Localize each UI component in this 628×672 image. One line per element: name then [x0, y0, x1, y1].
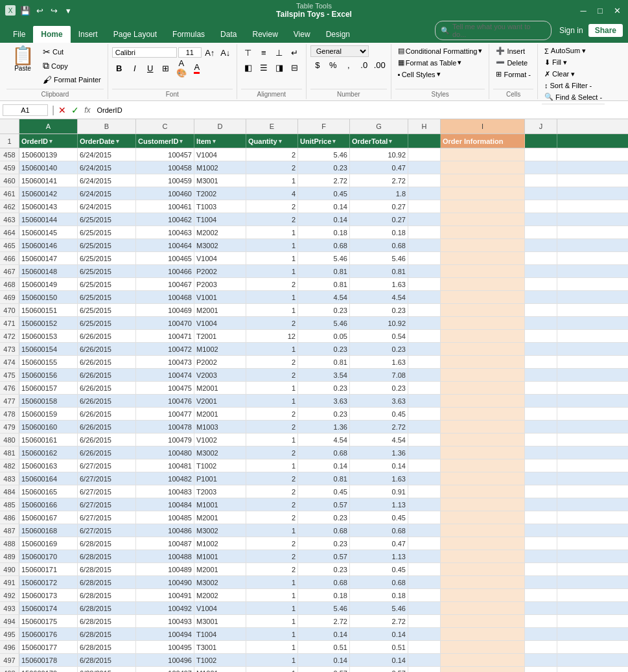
cell-customerid[interactable]: 100488 — [136, 550, 194, 562]
cell-orderdate[interactable]: 6/28/2015 — [78, 563, 136, 575]
currency-button[interactable]: $ — [310, 58, 325, 72]
header-order-info[interactable]: Order Information — [441, 134, 525, 148]
cell-reference-box[interactable] — [3, 104, 48, 116]
cell-item[interactable]: T1002 — [194, 654, 246, 666]
cell-quantity[interactable]: 2 — [246, 317, 298, 329]
cell-quantity[interactable]: 1 — [246, 343, 298, 355]
cell-item[interactable]: M1002 — [194, 343, 246, 355]
cell-customerid[interactable]: 100495 — [136, 641, 194, 653]
cell-unitprice[interactable]: 0.68 — [298, 524, 350, 537]
cell-customerid[interactable]: 100484 — [136, 498, 194, 511]
cell-quantity[interactable]: 2 — [246, 278, 298, 290]
cell-unitprice[interactable]: 3.54 — [298, 369, 350, 381]
cell-orderdate[interactable]: 6/28/2015 — [78, 641, 136, 653]
cell-unitprice[interactable]: 0.23 — [298, 343, 350, 355]
cell-quantity[interactable]: 1 — [246, 226, 298, 238]
cell-unitprice[interactable]: 3.63 — [298, 395, 350, 407]
cell-order-info[interactable] — [441, 382, 525, 394]
cell-ordertotal[interactable]: 0.14 — [350, 654, 408, 666]
cell-item[interactable]: M1001 — [194, 550, 246, 562]
cancel-formula-button[interactable]: ✕ — [58, 105, 66, 115]
cell-item[interactable]: M2001 — [194, 563, 246, 575]
cell-order-info[interactable] — [441, 537, 525, 550]
cell-orderid[interactable]: 150600179 — [19, 667, 78, 672]
cell-quantity[interactable]: 1 — [246, 576, 298, 588]
cell-unitprice[interactable]: 0.68 — [298, 239, 350, 251]
cell-quantity[interactable]: 2 — [246, 537, 298, 550]
cell-ordertotal[interactable]: 1.63 — [350, 278, 408, 290]
cell-orderid[interactable]: 150600157 — [19, 382, 78, 394]
cell-order-info[interactable] — [441, 628, 525, 640]
cell-item[interactable]: T1004 — [194, 628, 246, 640]
autosum-button[interactable]: Σ AutoSum ▾ — [542, 45, 605, 56]
confirm-formula-button[interactable]: ✓ — [71, 105, 79, 115]
tab-formulas[interactable]: Formulas — [165, 26, 213, 43]
cell-orderdate[interactable]: 6/25/2015 — [78, 239, 136, 251]
cell-order-info[interactable] — [441, 161, 525, 174]
cell-unitprice[interactable]: 0.23 — [298, 537, 350, 550]
align-bottom-button[interactable]: ⊥ — [272, 45, 286, 60]
delete-button[interactable]: ➖ Delete — [493, 57, 533, 68]
cell-orderid[interactable]: 150600143 — [19, 200, 78, 213]
cell-ordertotal[interactable]: 0.18 — [350, 589, 408, 601]
cell-unitprice[interactable]: 4.54 — [298, 434, 350, 446]
percent-button[interactable]: % — [326, 58, 340, 72]
cell-quantity[interactable]: 2 — [246, 356, 298, 368]
cell-orderdate[interactable]: 6/27/2015 — [78, 459, 136, 472]
cell-ordertotal[interactable]: 0.68 — [350, 576, 408, 588]
formula-input[interactable] — [96, 105, 626, 115]
cell-orderdate[interactable]: 6/28/2015 — [78, 550, 136, 562]
cell-order-info[interactable] — [441, 550, 525, 562]
header-orderid[interactable]: OrderID ▾ — [19, 134, 78, 148]
tab-page-layout[interactable]: Page Layout — [106, 26, 165, 43]
table-row[interactable]: 474 150600155 6/26/2015 100473 P2002 2 0… — [0, 356, 628, 369]
cell-unitprice[interactable]: 0.23 — [298, 161, 350, 174]
cell-orderdate[interactable]: 6/26/2015 — [78, 446, 136, 459]
font-name-input[interactable] — [112, 47, 177, 58]
cell-unitprice[interactable]: 0.57 — [298, 550, 350, 562]
cell-order-info[interactable] — [441, 589, 525, 601]
cell-item[interactable]: M2001 — [194, 408, 246, 420]
cell-orderdate[interactable]: 6/25/2015 — [78, 265, 136, 277]
cell-orderid[interactable]: 150600149 — [19, 278, 78, 290]
cell-orderid[interactable]: 150600141 — [19, 174, 78, 187]
cell-unitprice[interactable]: 0.14 — [298, 654, 350, 666]
cell-orderid[interactable]: 150600178 — [19, 654, 78, 666]
cell-quantity[interactable]: 1 — [246, 654, 298, 666]
cell-order-info[interactable] — [441, 576, 525, 588]
table-row[interactable]: 497 150600178 6/28/2015 100496 T1002 1 0… — [0, 654, 628, 667]
cell-ordertotal[interactable]: 0.14 — [350, 459, 408, 472]
cell-customerid[interactable]: 100492 — [136, 602, 194, 614]
redo-button[interactable]: ↪ — [48, 5, 60, 16]
cell-customerid[interactable]: 100466 — [136, 265, 194, 277]
cell-unitprice[interactable]: 4.54 — [298, 291, 350, 303]
tell-me-box[interactable]: 🔍 Tell me what you want to do... — [435, 21, 552, 40]
cell-customerid[interactable]: 100481 — [136, 459, 194, 472]
table-row[interactable]: 462 150600143 6/24/2015 100461 T1003 2 0… — [0, 200, 628, 213]
cell-ordertotal[interactable]: 1.63 — [350, 472, 408, 485]
sort-filter-button[interactable]: ↕ Sort & Filter - — [542, 80, 605, 91]
cell-quantity[interactable]: 1 — [246, 459, 298, 472]
cell-orderid[interactable]: 150600142 — [19, 187, 78, 200]
table-row[interactable]: 486 150600167 6/27/2015 100485 M2001 2 0… — [0, 511, 628, 524]
cell-customerid[interactable]: 100473 — [136, 356, 194, 368]
cell-customerid[interactable]: 100468 — [136, 291, 194, 303]
cell-orderdate[interactable]: 6/25/2015 — [78, 226, 136, 238]
cell-customerid[interactable]: 100491 — [136, 589, 194, 601]
cell-quantity[interactable]: 2 — [246, 498, 298, 511]
align-top-button[interactable]: ⊤ — [241, 45, 255, 60]
cell-orderid[interactable]: 150600170 — [19, 550, 78, 562]
cell-item[interactable]: P2002 — [194, 265, 246, 277]
cell-orderdate[interactable]: 6/28/2015 — [78, 667, 136, 672]
col-header-h[interactable]: H — [408, 119, 441, 133]
col-header-f[interactable]: F — [298, 119, 350, 133]
save-button[interactable]: 💾 — [19, 5, 31, 16]
cell-unitprice[interactable]: 2.72 — [298, 174, 350, 187]
cell-ordertotal[interactable]: 0.27 — [350, 200, 408, 213]
table-row[interactable]: 460 150600141 6/24/2015 100459 M3001 1 2… — [0, 174, 628, 187]
cell-unitprice[interactable]: 2.72 — [298, 615, 350, 627]
cell-item[interactable]: T1003 — [194, 200, 246, 213]
share-button[interactable]: Share — [588, 24, 623, 37]
font-color-button[interactable]: A — [190, 61, 204, 75]
cell-unitprice[interactable]: 5.46 — [298, 602, 350, 614]
